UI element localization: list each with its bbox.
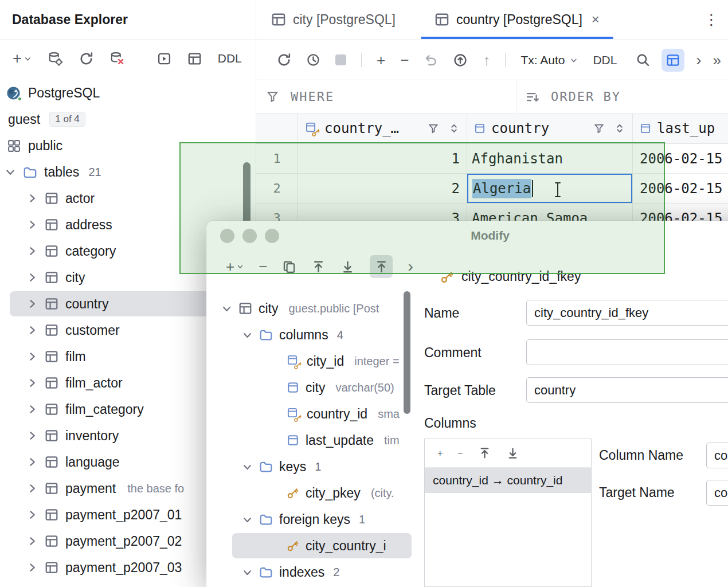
tree-item-schema[interactable]: public [0,132,256,159]
move-down-button[interactable] [340,260,355,274]
primary-key-column-icon [305,122,319,135]
cell-last-update[interactable]: 2006-02-15 [633,144,728,173]
target-table-input[interactable] [526,377,728,403]
more-actions-button[interactable]: » [713,53,721,68]
zoom-window-button[interactable] [265,229,279,243]
duplicate-button[interactable] [282,260,296,274]
dialog-tree-keys-folder[interactable]: keys 1 [206,453,414,480]
submit-button[interactable] [453,53,468,68]
remove-button[interactable]: − [259,259,267,274]
kebab-menu-icon[interactable]: ⋮ [704,11,719,29]
cell-country-id[interactable]: 1 [298,144,467,173]
name-label: Name [424,306,459,321]
dialog-tree-foreign-keys-folder[interactable]: foreign keys 1 [206,506,414,533]
cell-country-id[interactable]: 2 [298,174,467,203]
move-mapping-up-button[interactable] [478,447,491,460]
disconnect-button[interactable] [109,51,125,66]
move-mapping-down-button[interactable] [506,447,519,460]
dialog-tree-column-city[interactable]: city varchar(50) [206,374,414,401]
dialog-tree-pkey[interactable]: city_pkey (city. [206,480,414,506]
funnel-icon[interactable] [593,123,605,134]
add-button[interactable]: + [226,259,244,274]
tab-city[interactable]: city [PostgreSQL] [256,0,410,39]
refresh-button[interactable] [79,52,93,66]
column-header-last-update[interactable]: last_up [633,114,728,143]
column-header-country-id[interactable]: country_… [298,114,467,143]
table-row[interactable]: 1 1 Afghanistan 2006-02-15 [256,144,728,174]
push-button[interactable]: ↑ [483,53,490,68]
revert-button[interactable] [424,53,438,67]
close-window-button[interactable] [220,229,234,243]
column-mapping-row[interactable]: country_id → country_id [425,468,591,493]
comment-input[interactable] [526,339,728,365]
dialog-tree-column-last-update[interactable]: last_update tim [206,427,414,453]
chevron-down-icon [570,56,578,64]
order-by-filter-field[interactable]: ORDER BY [516,80,621,113]
view-options-button[interactable] [662,49,684,72]
dialog-tree-columns-folder[interactable]: columns 4 [206,322,414,348]
column-label: last_update [306,433,374,448]
column-label: city_id [307,354,344,369]
cell-editor[interactable]: Algeria [467,174,632,203]
more-toolbar-button[interactable]: › [408,259,413,275]
cell-country[interactable]: Afghanistan [467,144,633,173]
tree-item-table-actor[interactable]: actor [0,185,256,212]
table-row[interactable]: 2 2 Algeria 2006-02-15 [256,174,728,204]
sort-icon[interactable] [448,123,460,134]
data-source-properties-button[interactable] [48,51,63,66]
column-header-country[interactable]: country [467,114,633,143]
reload-data-button[interactable] [277,53,291,67]
target-name-input[interactable] [706,480,728,506]
move-up-button[interactable] [311,260,326,274]
auto-refresh-button[interactable] [306,53,320,67]
panel-title: Database Explorer [0,0,256,40]
scroll-to-top-button[interactable] [370,255,393,278]
add-data-source-button[interactable]: + [13,50,32,68]
folder-icon [259,512,273,526]
minimize-window-button[interactable] [242,229,257,243]
transaction-mode-select[interactable]: Tx: Auto [520,53,578,67]
schema-icon [7,139,21,153]
column-label: city [306,380,326,396]
search-button[interactable] [636,53,650,67]
open-table-button[interactable] [187,52,202,66]
dialog-title-bar[interactable]: Modify [206,221,728,251]
tree-item-user[interactable]: guest 1 of 4 [0,106,256,132]
jump-to-console-button[interactable] [157,52,171,66]
column-name-input[interactable] [706,443,728,468]
explorer-scrollbar-thumb[interactable] [243,162,251,224]
add-row-button[interactable]: + [377,53,385,68]
dialog-tree-scrollbar-thumb[interactable] [404,291,410,414]
copy-icon [282,260,296,274]
delete-row-button[interactable]: − [400,53,409,68]
dialog-tree-column-country-id[interactable]: country_id sma [206,401,414,427]
dialog-tree-fkey-selected[interactable]: city_country_i [206,533,414,559]
sort-icon[interactable] [614,123,625,134]
fkey-form-header: city_country_id_fkey [440,269,581,284]
folder-count: 1 [315,460,321,473]
close-tab-icon[interactable]: × [592,11,600,28]
folder-icon [259,328,273,342]
ddl-button[interactable]: DDL [593,53,617,67]
add-column-mapping-button[interactable]: + [437,448,443,459]
arrow-down-to-line-icon [340,260,355,274]
table-icon [45,534,58,548]
where-filter-field[interactable]: WHERE [256,80,516,113]
tree-item-datasource[interactable]: PostgreSQL [0,80,256,106]
table-label: film [65,349,86,365]
funnel-icon[interactable] [428,123,439,134]
dialog-tree-table-city[interactable]: city guest.public [Post [206,295,414,322]
dialog-tree-column-city-id[interactable]: city_id integer = [206,348,414,374]
dialog-tree-indexes-folder[interactable]: indexes 2 [206,559,414,585]
remove-column-mapping-button[interactable]: − [457,448,463,459]
cell-country-editing[interactable]: Algeria [467,174,633,203]
ddl-button[interactable]: DDL [218,52,242,65]
tab-country[interactable]: country [PostgreSQL] × [420,0,615,39]
tables-count: 21 [88,166,101,179]
tree-item-tables-folder[interactable]: tables 21 [0,159,256,185]
table-label: film_actor [65,375,123,391]
next-toolbar-button[interactable]: › [696,52,701,68]
cell-last-update[interactable]: 2006-02-15 [633,174,728,203]
name-input[interactable] [526,300,728,326]
table-label: city [259,301,279,316]
